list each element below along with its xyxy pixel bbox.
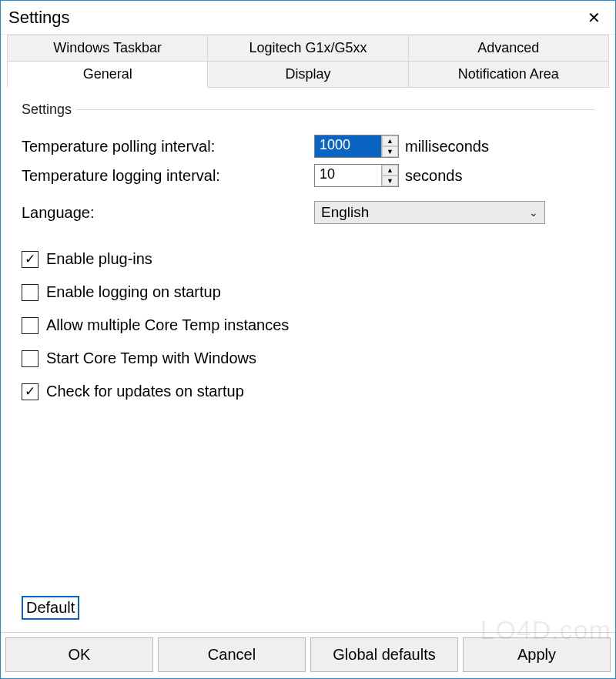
tab-notification-area[interactable]: Notification Area <box>409 62 609 88</box>
logging-spinner[interactable]: 10 ▲ ▼ <box>314 164 399 187</box>
tab-row-top: Windows Taskbar Logitech G1x/G5xx Advanc… <box>7 35 609 62</box>
tab-logitech[interactable]: Logitech G1x/G5xx <box>208 35 408 62</box>
check-icon: ✓ <box>25 385 35 398</box>
apply-button[interactable]: Apply <box>463 637 611 672</box>
check-icon: ✓ <box>25 319 35 332</box>
dialog-button-bar: OK Cancel Global defaults Apply <box>1 632 615 678</box>
polling-unit: milliseconds <box>405 138 489 156</box>
window-title: Settings <box>8 8 577 28</box>
logging-spin-down[interactable]: ▼ <box>382 176 398 186</box>
settings-group-label: Settings <box>22 102 594 118</box>
checkbox-check-updates[interactable]: ✓ <box>22 383 38 400</box>
language-value: English <box>321 204 369 221</box>
triangle-up-icon: ▲ <box>387 167 393 174</box>
checkbox-start-windows[interactable]: ✓ <box>22 350 38 367</box>
checkbox-check-updates-label: Check for updates on startup <box>46 383 244 400</box>
tab-general[interactable]: General <box>7 62 208 88</box>
checkbox-multi-instances-row: ✓ Allow multiple Core Temp instances <box>22 309 594 342</box>
ok-button[interactable]: OK <box>5 637 153 672</box>
global-defaults-button[interactable]: Global defaults <box>310 637 458 672</box>
close-button[interactable]: ✕ <box>577 5 611 31</box>
check-icon: ✓ <box>25 286 35 299</box>
general-panel: Settings Temperature polling interval: 1… <box>7 88 609 632</box>
check-icon: ✓ <box>25 253 35 266</box>
checkbox-start-windows-row: ✓ Start Core Temp with Windows <box>22 342 594 375</box>
tab-display[interactable]: Display <box>208 62 408 88</box>
polling-spin-up[interactable]: ▲ <box>382 135 398 146</box>
polling-spinner[interactable]: 1000 ▲ ▼ <box>314 135 399 158</box>
tab-windows-taskbar[interactable]: Windows Taskbar <box>7 35 208 62</box>
polling-row: Temperature polling interval: 1000 ▲ ▼ m… <box>22 132 594 161</box>
tab-advanced[interactable]: Advanced <box>409 35 609 62</box>
checkbox-enable-plugins-label: Enable plug-ins <box>46 250 152 268</box>
polling-label: Temperature polling interval: <box>22 138 314 156</box>
logging-label: Temperature logging interval: <box>22 167 314 185</box>
triangle-down-icon: ▼ <box>387 178 393 185</box>
default-button[interactable]: Default <box>22 596 79 620</box>
checkbox-enable-plugins[interactable]: ✓ <box>22 251 38 268</box>
checkbox-check-updates-row: ✓ Check for updates on startup <box>22 375 594 408</box>
title-bar: Settings ✕ <box>1 1 615 35</box>
logging-value[interactable]: 10 <box>315 165 381 186</box>
checkbox-multi-instances-label: Allow multiple Core Temp instances <box>46 316 289 334</box>
checkbox-enable-logging[interactable]: ✓ <box>22 284 38 301</box>
polling-value[interactable]: 1000 <box>315 135 381 157</box>
logging-unit: seconds <box>405 167 463 185</box>
language-dropdown[interactable]: English ⌄ <box>314 201 545 224</box>
settings-window: Settings ✕ Windows Taskbar Logitech G1x/… <box>0 0 616 679</box>
logging-spin-up[interactable]: ▲ <box>382 165 398 176</box>
close-icon: ✕ <box>588 10 601 25</box>
checkbox-enable-logging-label: Enable logging on startup <box>46 283 221 301</box>
polling-spin-buttons: ▲ ▼ <box>381 135 398 157</box>
tab-row-bottom: General Display Notification Area <box>7 62 609 88</box>
checkbox-list: ✓ Enable plug-ins ✓ Enable logging on st… <box>22 242 594 408</box>
triangle-up-icon: ▲ <box>387 138 393 145</box>
check-icon: ✓ <box>25 352 35 365</box>
logging-row: Temperature logging interval: 10 ▲ ▼ sec… <box>22 161 594 190</box>
checkbox-enable-plugins-row: ✓ Enable plug-ins <box>22 242 594 276</box>
checkbox-enable-logging-row: ✓ Enable logging on startup <box>22 276 594 309</box>
logging-spin-buttons: ▲ ▼ <box>381 165 398 186</box>
checkbox-multi-instances[interactable]: ✓ <box>22 317 38 334</box>
chevron-down-icon: ⌄ <box>529 206 538 219</box>
checkbox-start-windows-label: Start Core Temp with Windows <box>46 350 256 367</box>
language-row: Language: English ⌄ <box>22 198 594 227</box>
polling-spin-down[interactable]: ▼ <box>382 146 398 157</box>
language-label: Language: <box>22 204 314 222</box>
cancel-button[interactable]: Cancel <box>158 637 306 672</box>
triangle-down-icon: ▼ <box>387 149 393 156</box>
tab-strip: Windows Taskbar Logitech G1x/G5xx Advanc… <box>1 35 615 88</box>
